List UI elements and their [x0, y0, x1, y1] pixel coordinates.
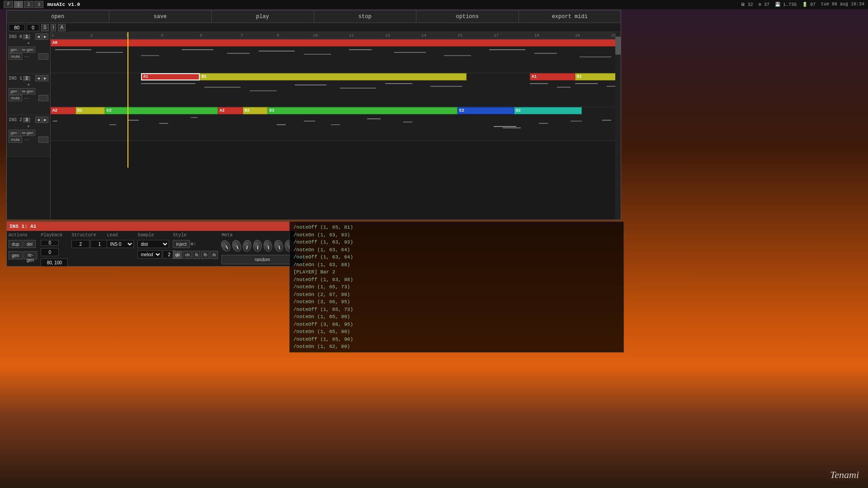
- playback-val2[interactable]: [41, 248, 59, 256]
- knob-3[interactable]: [242, 239, 252, 253]
- play-button[interactable]: play: [212, 10, 314, 23]
- track0-arrow-right[interactable]: ▶: [42, 33, 48, 40]
- transport-i-btn[interactable]: I: [51, 24, 57, 31]
- block-D2[interactable]: D2: [268, 107, 458, 114]
- track0-gen-btn[interactable]: gen: [9, 47, 19, 53]
- block-D2-2[interactable]: D2: [514, 107, 582, 114]
- arrangement: INS 0 1 ◀ ▶ + gen re-gen mute --: [7, 32, 621, 220]
- note-preview: [277, 124, 286, 125]
- track1-extra-btn[interactable]: [38, 95, 48, 101]
- track2-mute-row: mute --: [9, 136, 48, 143]
- block-A0[interactable]: A0: [51, 39, 621, 47]
- style-tb-btn[interactable]: tb: [210, 251, 218, 259]
- ruler-10: 10: [313, 33, 318, 38]
- block-C2[interactable]: C2: [105, 107, 218, 114]
- style-qb-btn[interactable]: qb: [173, 251, 182, 259]
- del-button[interactable]: del: [24, 240, 36, 248]
- sample-dist-select[interactable]: dist uniform: [137, 240, 169, 248]
- scrollbar-thumb[interactable]: [615, 37, 621, 55]
- options-button[interactable]: options: [416, 10, 519, 23]
- track-lane-2[interactable]: A2 B2 C2 A2 B2 D2 E2 D2: [51, 107, 621, 141]
- block-A2[interactable]: A2: [51, 107, 75, 114]
- block-B2-2[interactable]: B2: [243, 107, 268, 114]
- knob-1[interactable]: [219, 239, 233, 253]
- export-midi-button[interactable]: export midi: [519, 10, 621, 23]
- vertical-scrollbar[interactable]: [615, 32, 621, 220]
- sys-tab-f[interactable]: f: [4, 1, 13, 8]
- regen-button[interactable]: re-gen: [24, 251, 38, 259]
- lead-ins-select[interactable]: INS 0 INS 1 INS 2: [107, 240, 134, 248]
- track0-add[interactable]: +: [9, 41, 48, 47]
- knob-4[interactable]: [253, 240, 262, 252]
- structure-val1[interactable]: [71, 240, 90, 248]
- transport-a-btn[interactable]: A: [58, 24, 66, 31]
- block-A1-2[interactable]: A1: [530, 73, 575, 80]
- track0-extra-btn[interactable]: [38, 53, 48, 60]
- knob-6[interactable]: [273, 239, 284, 253]
- playback-label: Playback: [41, 233, 68, 238]
- note-preview: [503, 127, 521, 128]
- track0-regen-btn[interactable]: re-gen: [20, 47, 35, 53]
- sys-tab-3[interactable]: 3: [34, 1, 44, 8]
- track1-arrow-left[interactable]: ◀: [35, 75, 42, 81]
- track2-gen-btn[interactable]: gen: [9, 130, 19, 136]
- toolbar: open save play stop options export midi: [7, 10, 621, 23]
- ins-num-1[interactable]: 2: [23, 76, 30, 81]
- block-B1-2[interactable]: B1: [575, 73, 621, 80]
- style-lb-btn[interactable]: lb: [193, 251, 200, 259]
- track2-add[interactable]: +: [9, 124, 48, 130]
- actions-section: Actions dup del gen re-gen: [9, 233, 37, 264]
- sig-input[interactable]: [27, 24, 39, 31]
- gen-button[interactable]: gen: [9, 251, 23, 259]
- track1-regen-btn[interactable]: re-gen: [20, 88, 35, 94]
- block-A1-selected[interactable]: A1: [141, 73, 200, 80]
- note-preview: [489, 49, 525, 50]
- sys-tab-1[interactable]: 1: [14, 1, 24, 8]
- ins-num-0[interactable]: 1: [23, 34, 30, 39]
- track0-mute-row: mute --: [9, 53, 48, 60]
- track2-regen-btn[interactable]: re-gen: [20, 130, 35, 136]
- track1-mute-btn[interactable]: mute: [9, 95, 22, 101]
- track2-arrow-right[interactable]: ▶: [42, 117, 48, 123]
- knob-2[interactable]: [231, 239, 243, 253]
- style-fb-btn[interactable]: fb: [201, 251, 209, 259]
- ruler-2: 2: [90, 33, 93, 38]
- style-ob-btn[interactable]: ob: [183, 251, 192, 259]
- dup-button[interactable]: dup: [9, 240, 23, 248]
- track2-arrow-left[interactable]: ◀: [35, 117, 42, 123]
- note-preview: [141, 55, 159, 56]
- save-button[interactable]: save: [109, 10, 212, 23]
- transport-s-btn[interactable]: S: [41, 24, 49, 31]
- playback-val1[interactable]: [41, 240, 59, 246]
- note-preview: [295, 84, 326, 85]
- track1-arrow-right[interactable]: ▶: [42, 75, 48, 81]
- track2-extra-btn[interactable]: [38, 136, 48, 143]
- disk-info: 💾 1.73G: [775, 2, 797, 7]
- track1-add[interactable]: +: [9, 82, 48, 88]
- stop-button[interactable]: stop: [314, 10, 417, 23]
- sample-melod-select[interactable]: melod harm: [137, 250, 162, 258]
- note-preview: [259, 51, 295, 52]
- track2-mute-btn[interactable]: mute: [9, 136, 22, 143]
- block-A2-2[interactable]: A2: [218, 107, 243, 114]
- knob-5[interactable]: [263, 239, 273, 253]
- sys-tab-2[interactable]: 2: [24, 1, 33, 8]
- ins-num-2[interactable]: 3: [23, 117, 30, 122]
- structure-val2[interactable]: [90, 240, 108, 248]
- block-B2[interactable]: B2: [75, 107, 105, 114]
- track0-mute-btn[interactable]: mute: [9, 53, 22, 60]
- block-E2[interactable]: E2: [458, 107, 514, 114]
- daw-window: open save play stop options export midi …: [6, 10, 621, 220]
- ins-label-0: INS 0: [9, 34, 22, 39]
- track-lane-0[interactable]: A0: [51, 39, 621, 73]
- inject-button[interactable]: inject: [173, 240, 189, 248]
- track1-gen-btn[interactable]: gen: [9, 88, 19, 94]
- block-B1-main[interactable]: B1: [200, 73, 467, 80]
- bpm-input[interactable]: [9, 24, 25, 31]
- playback-range[interactable]: [41, 258, 68, 267]
- open-button[interactable]: open: [7, 10, 109, 23]
- track0-arrow-left[interactable]: ◀: [35, 33, 42, 40]
- track-lane-1[interactable]: A1 B1 A1 B1: [51, 73, 621, 107]
- structure-label: Structure: [71, 233, 103, 238]
- note-preview: [182, 49, 213, 50]
